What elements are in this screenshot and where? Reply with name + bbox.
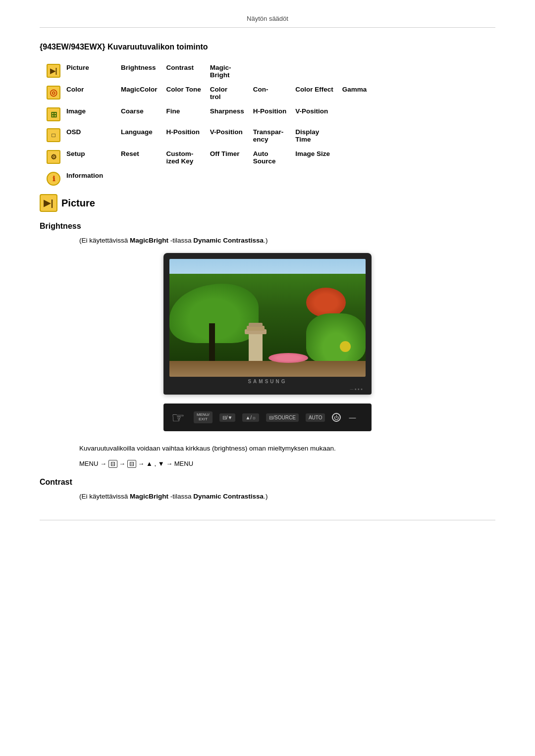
osd-menu-btn[interactable]: MENU/EXIT — [194, 411, 213, 423]
setup-icon: ⚙ — [47, 150, 60, 164]
brightness-note-prefix: (Ei käytettävissä — [79, 237, 130, 244]
monitor-outer: SAMSUNG — ● ● ● — [163, 253, 372, 395]
icon-cell-setup: ⚙ — [45, 147, 64, 168]
monitor-ground — [169, 361, 366, 377]
page-container: Näytön säädöt {943EW/943EWX} Kuvaruutuva… — [0, 0, 535, 550]
brightness-note: (Ei käytettävissä MagicBright -tilassa D… — [79, 237, 495, 244]
menu-row-image: ⊞ Image Coarse Fine Sharpness H-Position… — [45, 104, 374, 125]
osd-source-btn[interactable]: ⊟/SOURCE — [266, 413, 299, 422]
hand-cursor: ☞ — [171, 409, 185, 426]
submenu-imagesize: Image Size — [293, 147, 340, 168]
monitor-brand-bar: SAMSUNG — [169, 377, 366, 386]
submenu-language: Language — [119, 125, 164, 147]
submenu-color: Colortrol — [208, 82, 251, 104]
submenu-transparency: Transpar-ency — [251, 125, 294, 147]
osd-icon: □ — [47, 128, 60, 142]
brightness-body-text: Kuvaruutuvalikoilla voidaan vaihtaa kirk… — [79, 443, 495, 454]
monitor-trunk1 — [209, 323, 215, 363]
contrast-note-prefix: (Ei käytettävissä — [79, 493, 130, 500]
brightness-note-end: .) — [264, 237, 268, 244]
submenu-brightness: Brightness — [119, 60, 164, 82]
contrast-note-bold1: MagicBright — [130, 493, 168, 500]
osd-nav-btn1[interactable]: ⊟/▼ — [219, 413, 236, 422]
icon-cell-image: ⊞ — [45, 104, 64, 125]
page-header: Näytön säädöt — [40, 10, 495, 28]
icon-cell-picture: ▶| — [45, 60, 64, 82]
osd-power-icon: ⏻ — [334, 415, 339, 420]
submenu-gamma: Gamma — [340, 82, 374, 104]
submenu-hposition-osd: H-Position — [164, 125, 208, 147]
monitor-screen — [169, 259, 366, 377]
picture-icon: ▶| — [47, 64, 60, 78]
osd-panel-wrapper: ☞ MENU/EXIT ⊟/▼ ▲/☼ ⊟/SOURCE AUTO — [40, 403, 495, 431]
monitor-controls-bar: — ● ● ● — [169, 386, 366, 392]
osd-source-label: ⊟/SOURCE — [269, 415, 296, 420]
submenu-coarse: Coarse — [119, 104, 164, 125]
submenu-fine: Fine — [164, 104, 208, 125]
submenu-coloreffect: Color Effect — [293, 82, 340, 104]
contrast-note: (Ei käytettävissä MagicBright -tilassa D… — [79, 493, 495, 500]
label-image: Image — [64, 104, 119, 125]
contrast-note-bold2: Dynamic Contrastissa — [193, 493, 264, 500]
label-picture: Picture — [64, 60, 119, 82]
submenu-vposition-img: V-Position — [293, 104, 340, 125]
submenu-sharpness: Sharpness — [208, 104, 251, 125]
image-icon: ⊞ — [47, 107, 60, 121]
contrast-note-end: .) — [264, 493, 268, 500]
menu-row-color: ◎ Color MagicColor Color Tone Colortrol … — [45, 82, 374, 104]
icon-cell-osd: □ — [45, 125, 64, 147]
contrast-note-mid: -tilassa — [168, 493, 193, 500]
submenu-contrast: Contrast — [164, 60, 208, 82]
information-icon: ℹ — [47, 172, 60, 186]
menu-row-osd: □ OSD Language H-Position V-Position Tra… — [45, 125, 374, 147]
header-title: Näytön säädöt — [247, 15, 288, 22]
submenu-displaytime: DisplayTime — [293, 125, 340, 147]
submenu-con: Con- — [251, 82, 294, 104]
label-setup: Setup — [64, 147, 119, 168]
submenu-reset: Reset — [119, 147, 164, 168]
brightness-note-bold1: MagicBright — [130, 237, 168, 244]
label-osd: OSD — [64, 125, 119, 147]
brightness-title: Brightness — [40, 222, 495, 231]
osd-auto-btn[interactable]: AUTO — [306, 413, 325, 422]
osd-brightness-btn[interactable]: ▲/☼ — [242, 413, 259, 422]
submenu-magicbright: Magic-Bright — [208, 60, 251, 82]
osd-power-btn[interactable]: ⏻ — [332, 413, 341, 422]
label-color: Color — [64, 82, 119, 104]
monitor-pagoda — [249, 333, 263, 363]
monitor-ctrl-dots: — ● ● ● — [350, 387, 363, 391]
monitor-yellow-dot — [340, 341, 351, 352]
icon-cell-information: ℹ — [45, 168, 64, 189]
picture-section-icon: ▶| — [40, 194, 57, 212]
brightness-note-mid: -tilassa — [168, 237, 193, 244]
submenu-hposition-img: H-Position — [251, 104, 294, 125]
submenu-magiccolor: MagicColor — [119, 82, 164, 104]
color-icon: ◎ — [47, 86, 60, 100]
osd-brightness-label: ▲/☼ — [245, 415, 256, 420]
contrast-title: Contrast — [40, 478, 495, 487]
icon-cell-color: ◎ — [45, 82, 64, 104]
brightness-note-bold2: Dynamic Contrastissa — [193, 237, 264, 244]
menu-row-picture: ▶| Picture Brightness Contrast Magic-Bri… — [45, 60, 374, 82]
submenu-vposition-osd: V-Position — [208, 125, 251, 147]
monitor-red-foliage — [306, 288, 346, 317]
monitor-right-bush — [306, 313, 366, 363]
section-title: {943EW/943EWX} Kuvaruutuvalikon toiminto — [40, 43, 495, 51]
menu-path-icon1: ⊟ — [108, 460, 117, 468]
submenu-autosource: AutoSource — [251, 147, 294, 168]
osd-nav-label1: ⊟/▼ — [222, 415, 233, 420]
menu-table: ▶| Picture Brightness Contrast Magic-Bri… — [45, 60, 374, 189]
submenu-colortone: Color Tone — [164, 82, 208, 104]
monitor-flowers-pink — [268, 353, 308, 363]
osd-panel: ☞ MENU/EXIT ⊟/▼ ▲/☼ ⊟/SOURCE AUTO — [163, 403, 372, 431]
bottom-rule — [40, 520, 495, 520]
menu-path-icon2: ⊟ — [127, 460, 136, 468]
picture-section-title: Picture — [61, 198, 95, 209]
submenu-offtimer: Off Timer — [208, 147, 251, 168]
brightness-menu-path: MENU → ⊟ → ⊟ → ▲ , ▼ → MENU — [79, 460, 495, 468]
picture-section-heading: ▶| Picture — [40, 194, 495, 212]
monitor-brand-text: SAMSUNG — [248, 379, 287, 384]
submenu-customizedkey: Custom-ized Key — [164, 147, 208, 168]
osd-minus: — — [349, 413, 356, 421]
osd-menu-label: MENU/EXIT — [197, 413, 210, 422]
